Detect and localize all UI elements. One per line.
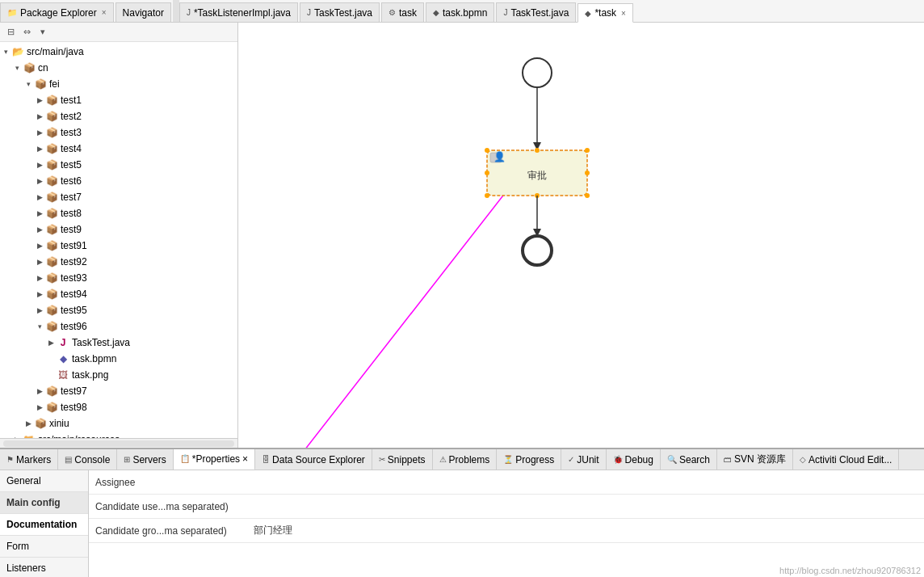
tree-item-tasklist[interactable]: ▶JTaskTest.java (0, 335, 237, 351)
toggle-test4[interactable]: ▶ (34, 143, 45, 154)
toggle-test7[interactable]: ▶ (34, 192, 45, 203)
toggle-test94[interactable]: ▶ (34, 288, 45, 300)
toggle-test2[interactable]: ▶ (34, 111, 45, 122)
toggle-test8[interactable]: ▶ (34, 208, 45, 219)
tree-item-test6[interactable]: ▶📦test6 (0, 173, 237, 189)
problems-icon: ⚠ (439, 455, 447, 464)
tree-item-taskbpmn[interactable]: ◆task.bpmn (0, 351, 237, 367)
label-test3: test3 (61, 127, 82, 138)
toggle-test6[interactable]: ▶ (34, 175, 45, 187)
toggle-test1[interactable]: ▶ (34, 95, 45, 106)
toggle-taskbpmn[interactable] (45, 353, 57, 364)
top-tab-bar: 📁 Package Explorer × Navigator J *TaskLi… (0, 0, 924, 23)
tab-problems[interactable]: ⚠ Problems (433, 449, 498, 470)
toggle-test9[interactable]: ▶ (34, 224, 45, 235)
tree-item-taskpng[interactable]: 🖼task.png (0, 367, 237, 383)
toggle-taskpng[interactable] (45, 369, 57, 381)
svg-point-7 (485, 148, 489, 153)
view-menu-btn[interactable]: ▾ (36, 25, 50, 40)
tree-item-test5[interactable]: ▶📦test5 (0, 157, 237, 173)
tree-item-test1[interactable]: ▶📦test1 (0, 92, 237, 108)
tab-task-test-2[interactable]: J TaskTest.java (496, 2, 576, 22)
toggle-test98[interactable]: ▶ (34, 402, 45, 413)
tab-svn[interactable]: 🗃 SVN 资源库 (717, 449, 793, 470)
tree-item-test96[interactable]: ▾📦test96 (0, 318, 237, 335)
tab-package-explorer[interactable]: 📁 Package Explorer × (0, 2, 114, 22)
tree-item-test92[interactable]: ▶📦test92 (0, 254, 237, 270)
toggle-cn[interactable]: ▾ (11, 62, 23, 74)
tab-junit[interactable]: ✓ JUnit (561, 449, 606, 470)
toggle-tasklist[interactable]: ▶ (45, 337, 57, 348)
package-explorer-close[interactable]: × (102, 8, 107, 17)
tree-item-fei[interactable]: ▾📦fei (0, 76, 237, 92)
tree-item-test7[interactable]: ▶📦test7 (0, 189, 237, 205)
tab-search[interactable]: 🔍 Search (661, 449, 717, 470)
tree-item-src_main_resources[interactable]: ▶📂src/main/resources (0, 432, 237, 438)
tab-task-listener-impl[interactable]: J *TaskListenerImpl.java (179, 2, 298, 22)
editor-area[interactable]: 👤 审批 (238, 23, 924, 448)
tab-properties[interactable]: 📋 *Properties × (174, 449, 255, 470)
search-icon: 🔍 (667, 455, 677, 464)
candidate-users-input[interactable] (250, 499, 924, 514)
tree-item-test93[interactable]: ▶📦test93 (0, 270, 237, 286)
toggle-test91[interactable]: ▶ (34, 240, 45, 251)
icon-test3: 📦 (45, 126, 58, 139)
tab-console[interactable]: ▤ Console (58, 449, 117, 470)
tree-item-test9[interactable]: ▶📦test9 (0, 221, 237, 238)
tree-item-test4[interactable]: ▶📦test4 (0, 141, 237, 157)
toggle-src_main_java[interactable]: ▾ (0, 46, 11, 57)
tab-task-test-1[interactable]: J TaskTest.java (300, 2, 380, 22)
tree-item-test8[interactable]: ▶📦test8 (0, 205, 237, 221)
toggle-test92[interactable]: ▶ (34, 256, 45, 267)
tree-item-test98[interactable]: ▶📦test98 (0, 399, 237, 415)
tab-snippets[interactable]: ✂ Snippets (372, 449, 433, 470)
tab-datasource[interactable]: 🗄 Data Source Explorer (255, 449, 372, 470)
sidebar-item-documentation[interactable]: Documentation (0, 514, 88, 536)
tree-item-test95[interactable]: ▶📦test95 (0, 302, 237, 318)
toggle-test95[interactable]: ▶ (34, 305, 45, 316)
horizontal-scrollbar[interactable] (0, 438, 237, 448)
tab-task-bpmn[interactable]: ◆ task.bpmn (426, 2, 494, 22)
tree-item-test94[interactable]: ▶📦test94 (0, 286, 237, 302)
bpmn-canvas[interactable]: 👤 审批 (238, 23, 924, 448)
collapse-all-btn[interactable]: ⊟ (3, 25, 18, 40)
bottom-tab-bar: ⚑ Markers ▤ Console ⊞ Servers 📋 *Propert… (0, 449, 924, 470)
candidate-groups-input[interactable] (250, 524, 924, 538)
toggle-test93[interactable]: ▶ (34, 272, 45, 284)
prop-row-candidate-users: Candidate use...ma separated) (89, 495, 924, 519)
tree-item-src_main_java[interactable]: ▾📂src/main/java (0, 44, 237, 60)
svg-point-10 (485, 171, 489, 175)
toggle-test96[interactable]: ▾ (34, 321, 45, 332)
assignee-input[interactable] (250, 475, 924, 490)
icon-tasklist: J (57, 336, 69, 349)
tab-progress[interactable]: ⏳ Progress (497, 449, 561, 470)
tab-debug[interactable]: 🐞 Debug (607, 449, 661, 470)
label-tasklist: TaskTest.java (72, 337, 130, 348)
tab-navigator[interactable]: Navigator (116, 2, 171, 22)
tab-servers[interactable]: ⊞ Servers (117, 449, 173, 470)
tab-task[interactable]: ⚙ task (381, 2, 424, 22)
tree-item-test91[interactable]: ▶📦test91 (0, 238, 237, 254)
sidebar-item-form[interactable]: Form (0, 536, 88, 558)
tab-markers[interactable]: ⚑ Markers (0, 449, 58, 470)
toggle-test3[interactable]: ▶ (34, 127, 45, 138)
tab-task-active[interactable]: ◆ *task × (578, 3, 633, 23)
svg-line-0 (279, 152, 537, 448)
tree-item-cn[interactable]: ▾📦cn (0, 60, 237, 76)
tab-activiti[interactable]: ◇ Activiti Cloud Edit... (793, 449, 899, 470)
toggle-test97[interactable]: ▶ (34, 385, 45, 397)
toggle-fei[interactable]: ▾ (23, 78, 34, 90)
sidebar-item-listeners[interactable]: Listeners (0, 558, 88, 577)
icon-src_main_java: 📂 (11, 45, 24, 58)
toggle-xiniu[interactable]: ▶ (23, 418, 34, 429)
tree-area[interactable]: ▾📂src/main/java▾📦cn▾📦fei▶📦test1▶📦test2▶📦… (0, 42, 237, 438)
tree-item-test97[interactable]: ▶📦test97 (0, 383, 237, 399)
tree-item-xiniu[interactable]: ▶📦xiniu (0, 415, 237, 432)
properties-close[interactable]: × (242, 453, 248, 465)
tab-close-6[interactable]: × (621, 9, 626, 18)
tree-item-test2[interactable]: ▶📦test2 (0, 108, 237, 124)
toggle-test5[interactable]: ▶ (34, 159, 45, 171)
link-editor-btn[interactable]: ⇔ (19, 25, 34, 40)
sidebar-item-general[interactable]: General (0, 470, 88, 492)
tree-item-test3[interactable]: ▶📦test3 (0, 124, 237, 141)
